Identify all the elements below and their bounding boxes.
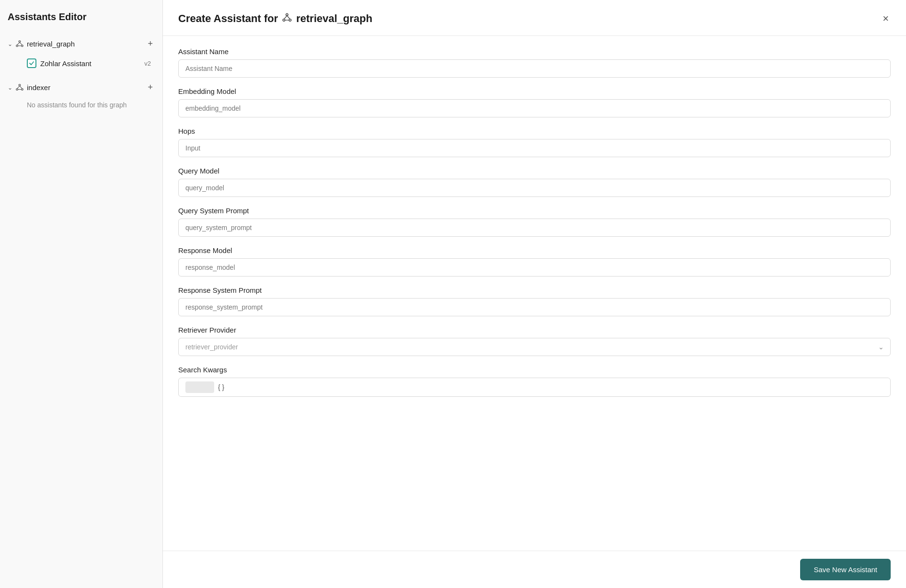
- label-query-system-prompt: Query System Prompt: [178, 207, 891, 215]
- graph-name-indexer: indexer: [27, 83, 50, 92]
- add-graph-button-retrieval[interactable]: +: [146, 38, 155, 50]
- modal-title-graph-icon: [282, 12, 292, 25]
- graph-node-icon: [15, 40, 24, 48]
- svg-line-9: [17, 86, 20, 88]
- svg-point-6: [19, 84, 21, 86]
- svg-point-14: [289, 19, 291, 21]
- form-group-hops: Hops: [178, 127, 891, 157]
- svg-point-13: [283, 19, 285, 21]
- form-group-assistant-name: Assistant Name: [178, 47, 891, 78]
- form-group-response-system-prompt: Response System Prompt: [178, 286, 891, 316]
- save-new-assistant-button[interactable]: Save New Assistant: [800, 559, 891, 580]
- form-group-retriever-provider: Retriever Provider retriever_provider op…: [178, 326, 891, 356]
- assistant-name-input[interactable]: [178, 59, 891, 78]
- modal-title-prefix: Create Assistant for: [178, 12, 278, 25]
- label-search-kwargs: Search Kwargs: [178, 366, 891, 374]
- check-icon: [27, 58, 36, 68]
- svg-point-1: [16, 45, 18, 46]
- assistant-name-zohlar: Zohlar Assistant: [40, 59, 92, 68]
- label-response-system-prompt: Response System Prompt: [178, 286, 891, 294]
- svg-line-15: [284, 15, 287, 19]
- form-area: Assistant Name Embedding Model Hops Quer…: [163, 36, 906, 551]
- embedding-model-input[interactable]: [178, 99, 891, 117]
- retriever-provider-wrapper: retriever_provider option1option2 ⌄: [178, 338, 891, 356]
- chevron-down-icon-indexer[interactable]: ⌄: [8, 84, 12, 91]
- label-query-model: Query Model: [178, 167, 891, 175]
- svg-point-0: [19, 40, 21, 42]
- assistant-row-zohlar[interactable]: Zohlar Assistant v2: [8, 57, 155, 70]
- query-model-input[interactable]: [178, 179, 891, 197]
- form-group-response-model: Response Model: [178, 246, 891, 277]
- graph-row-left-indexer: ⌄ indexer: [8, 83, 50, 92]
- close-button[interactable]: ×: [881, 12, 891, 26]
- label-embedding-model: Embedding Model: [178, 87, 891, 95]
- assistant-row-left: Zohlar Assistant: [27, 58, 92, 68]
- search-kwargs-tag: [185, 381, 214, 393]
- form-group-query-system-prompt: Query System Prompt: [178, 207, 891, 237]
- graph-row-retrieval: ⌄ retrieval_graph +: [8, 36, 155, 52]
- response-system-prompt-input[interactable]: [178, 298, 891, 316]
- response-model-input[interactable]: [178, 258, 891, 277]
- label-hops: Hops: [178, 127, 891, 135]
- form-group-search-kwargs: Search Kwargs { }: [178, 366, 891, 397]
- sidebar-title: Assistants Editor: [8, 12, 155, 23]
- graph-node-icon-indexer: [15, 83, 24, 92]
- form-group-embedding-model: Embedding Model: [178, 87, 891, 117]
- graph-name-retrieval: retrieval_graph: [27, 40, 75, 48]
- svg-point-12: [286, 13, 288, 15]
- add-graph-button-indexer[interactable]: +: [146, 81, 155, 93]
- graph-row-indexer: ⌄ indexer +: [8, 80, 155, 95]
- svg-line-16: [287, 15, 290, 19]
- modal-header: Create Assistant for retrieval_graph ×: [163, 0, 906, 36]
- query-system-prompt-input[interactable]: [178, 219, 891, 237]
- chevron-down-icon[interactable]: ⌄: [8, 41, 12, 47]
- svg-line-10: [20, 86, 22, 88]
- modal-title: Create Assistant for retrieval_graph: [178, 12, 372, 25]
- graph-row-left: ⌄ retrieval_graph: [8, 40, 75, 48]
- svg-point-2: [22, 45, 23, 46]
- hops-input[interactable]: [178, 139, 891, 157]
- modal-title-graph-name: retrieval_graph: [296, 12, 372, 25]
- search-kwargs-field[interactable]: { }: [178, 378, 891, 397]
- no-assistants-label: No assistants found for this graph: [8, 101, 155, 109]
- label-retriever-provider: Retriever Provider: [178, 326, 891, 334]
- svg-point-7: [16, 88, 18, 90]
- form-group-query-model: Query Model: [178, 167, 891, 197]
- svg-point-8: [22, 88, 23, 90]
- label-assistant-name: Assistant Name: [178, 47, 891, 56]
- svg-line-4: [20, 42, 22, 45]
- main-content: Create Assistant for retrieval_graph × A…: [163, 0, 906, 588]
- version-badge-zohlar: v2: [144, 60, 151, 67]
- label-response-model: Response Model: [178, 246, 891, 254]
- retriever-provider-select[interactable]: retriever_provider option1option2: [178, 338, 891, 356]
- search-kwargs-icon: { }: [218, 383, 224, 391]
- svg-line-3: [17, 42, 20, 45]
- sidebar: Assistants Editor ⌄ retrieval_graph +: [0, 0, 163, 588]
- footer-area: Save New Assistant: [163, 551, 906, 588]
